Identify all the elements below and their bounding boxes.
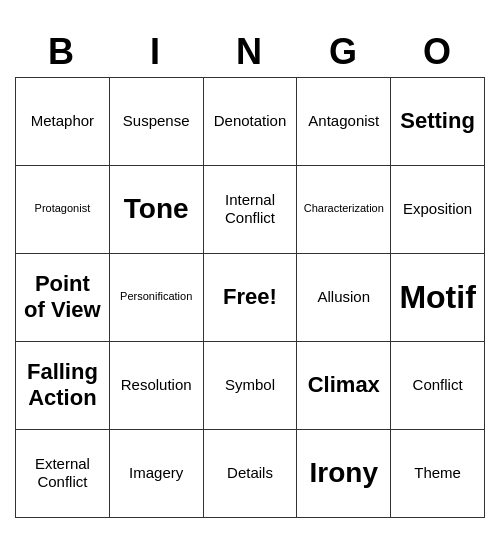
header-letter: O: [391, 27, 485, 77]
cell-text: Motif: [399, 278, 475, 316]
bingo-header: BINGO: [15, 27, 485, 77]
header-letter: B: [15, 27, 109, 77]
bingo-cell-r1-c0: Protagonist: [16, 166, 110, 254]
cell-text: Theme: [414, 464, 461, 482]
cell-text: Denotation: [214, 112, 287, 130]
cell-text: InternalConflict: [225, 191, 275, 227]
header-letter: I: [109, 27, 203, 77]
bingo-cell-r0-c3: Antagonist: [297, 78, 391, 166]
cell-text: Conflict: [413, 376, 463, 394]
cell-text: Metaphor: [31, 112, 94, 130]
bingo-cell-r4-c4: Theme: [391, 430, 485, 518]
bingo-cell-r0-c1: Suspense: [110, 78, 204, 166]
cell-text: Exposition: [403, 200, 472, 218]
cell-text: Imagery: [129, 464, 183, 482]
bingo-cell-r3-c0: FallingAction: [16, 342, 110, 430]
cell-text: Free!: [223, 284, 277, 310]
bingo-cell-r2-c3: Allusion: [297, 254, 391, 342]
bingo-cell-r4-c2: Details: [204, 430, 298, 518]
bingo-cell-r4-c3: Irony: [297, 430, 391, 518]
bingo-cell-r4-c0: ExternalConflict: [16, 430, 110, 518]
cell-text: Antagonist: [308, 112, 379, 130]
cell-text: Climax: [308, 372, 380, 398]
bingo-cell-r1-c1: Tone: [110, 166, 204, 254]
bingo-card: BINGO MetaphorSuspenseDenotationAntagoni…: [15, 27, 485, 518]
cell-text: Characterization: [304, 202, 384, 215]
bingo-cell-r1-c4: Exposition: [391, 166, 485, 254]
bingo-cell-r4-c1: Imagery: [110, 430, 204, 518]
bingo-cell-r0-c2: Denotation: [204, 78, 298, 166]
cell-text: Allusion: [318, 288, 371, 306]
header-letter: N: [203, 27, 297, 77]
bingo-grid: MetaphorSuspenseDenotationAntagonistSett…: [15, 77, 485, 518]
cell-text: FallingAction: [27, 359, 98, 412]
cell-text: Irony: [310, 456, 378, 490]
cell-text: Symbol: [225, 376, 275, 394]
bingo-cell-r0-c4: Setting: [391, 78, 485, 166]
bingo-cell-r0-c0: Metaphor: [16, 78, 110, 166]
cell-text: Setting: [400, 108, 475, 134]
bingo-cell-r3-c1: Resolution: [110, 342, 204, 430]
cell-text: Tone: [124, 192, 189, 226]
cell-text: Pointof View: [24, 271, 101, 324]
bingo-cell-r1-c2: InternalConflict: [204, 166, 298, 254]
bingo-cell-r2-c0: Pointof View: [16, 254, 110, 342]
bingo-cell-r3-c4: Conflict: [391, 342, 485, 430]
cell-text: Protagonist: [35, 202, 91, 215]
bingo-cell-r2-c4: Motif: [391, 254, 485, 342]
header-letter: G: [297, 27, 391, 77]
bingo-cell-r2-c1: Personification: [110, 254, 204, 342]
bingo-cell-r2-c2: Free!: [204, 254, 298, 342]
cell-text: Resolution: [121, 376, 192, 394]
bingo-cell-r3-c3: Climax: [297, 342, 391, 430]
cell-text: Personification: [120, 290, 192, 303]
bingo-cell-r3-c2: Symbol: [204, 342, 298, 430]
cell-text: Details: [227, 464, 273, 482]
cell-text: Suspense: [123, 112, 190, 130]
cell-text: ExternalConflict: [35, 455, 90, 491]
bingo-cell-r1-c3: Characterization: [297, 166, 391, 254]
